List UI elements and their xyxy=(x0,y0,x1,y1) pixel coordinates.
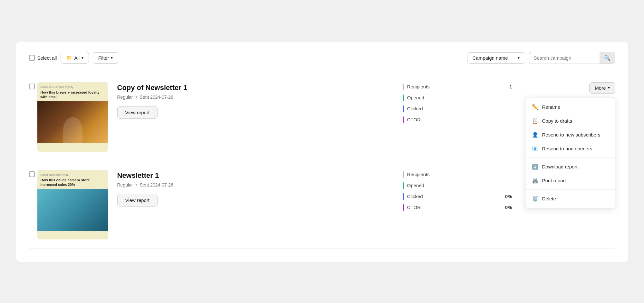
download-icon: ⬇️ xyxy=(532,164,538,170)
card-checkbox-wrap-2 xyxy=(29,170,35,177)
campaign-name-dropdown[interactable]: Campaign name ▾ xyxy=(467,52,525,64)
dropdown-label-print-report: Print report xyxy=(542,178,566,183)
stat-label-2-ctor: CTOR xyxy=(407,205,496,210)
dropdown-item-delete[interactable]: 🗑️ Delete xyxy=(525,192,615,206)
stat-bar-recipients xyxy=(403,84,404,90)
stat-row-opened: Opened xyxy=(403,95,512,101)
search-icon: 🔍 xyxy=(604,55,610,61)
campaign-2-type: Regular xyxy=(117,182,133,187)
chevron-down-icon: ▾ xyxy=(82,56,83,60)
stat-bar-clicked xyxy=(403,106,404,112)
chevron-down-icon: ▾ xyxy=(518,56,520,60)
filter-button[interactable]: Filter ▾ xyxy=(93,52,118,64)
stat-row-2-clicked: Clicked 0% xyxy=(403,193,512,200)
campaign-1-info: Copy of Newsletter 1 Regular Sent 2024-0… xyxy=(117,82,403,119)
meta-dot-2 xyxy=(136,184,137,186)
stat-bar-2-recipients xyxy=(403,171,404,178)
dropdown-divider-2 xyxy=(525,189,615,190)
meta-dot xyxy=(136,96,137,98)
campaign-2-title: Newsletter 1 xyxy=(117,171,403,180)
select-all-wrapper[interactable]: Select all xyxy=(29,55,57,61)
stat-bar-opened xyxy=(403,95,404,101)
stat-label-opened: Opened xyxy=(407,95,496,100)
stat-bar-2-ctor xyxy=(403,204,404,211)
campaign-1-sent-date: Sent 2024-07-26 xyxy=(140,95,173,100)
campaign-2-info: Newsletter 1 Regular Sent 2024-07-26 Vie… xyxy=(117,170,403,207)
folder-icon: 📁 xyxy=(66,55,72,61)
rename-icon: ✏️ xyxy=(532,104,538,110)
stat-bar-ctor xyxy=(403,116,404,123)
thumb-boost-label-2: Boost sales with email xyxy=(41,173,105,177)
stat-value-2-ctor: 0% xyxy=(499,205,512,210)
delete-icon: 🗑️ xyxy=(532,196,538,202)
dropdown-label-download-report: Download report xyxy=(542,164,578,169)
page-container: Select all 📁 All ▾ Filter ▾ Campaign nam… xyxy=(16,42,628,262)
copy-icon: 📋 xyxy=(532,118,538,124)
stat-label-2-opened: Opened xyxy=(407,183,496,188)
campaign-2-view-report[interactable]: View report xyxy=(117,194,158,207)
stat-label-2-recipients: Recipients xyxy=(407,172,496,177)
stat-label-clicked: Clicked xyxy=(407,106,496,111)
stat-bar-2-clicked xyxy=(403,193,404,200)
dropdown-label-copy-to-drafts: Copy to drafts xyxy=(542,118,572,124)
chevron-down-icon: ▾ xyxy=(608,86,610,90)
stat-row-2-ctor: CTOR 0% xyxy=(403,204,512,211)
stat-row-clicked: Clicked xyxy=(403,106,512,112)
search-input[interactable] xyxy=(529,53,600,63)
toolbar: Select all 📁 All ▾ Filter ▾ Campaign nam… xyxy=(29,52,615,64)
thumb-title-2: How this online camera store increased s… xyxy=(41,178,105,187)
brewery-image xyxy=(37,101,108,143)
chevron-down-icon: ▾ xyxy=(111,56,113,60)
stat-value-2-clicked: 0% xyxy=(499,194,512,199)
search-button[interactable]: 🔍 xyxy=(600,52,615,64)
campaign-1-meta: Regular Sent 2024-07-26 xyxy=(117,95,403,100)
campaign-1-actions: More ▾ ✏️ Rename 📋 Copy to drafts 👤 Rese… xyxy=(512,82,615,99)
select-all-checkbox[interactable] xyxy=(29,55,35,61)
campaign-1-title: Copy of Newsletter 1 xyxy=(117,84,403,92)
campaign-1-checkbox[interactable] xyxy=(29,84,35,89)
campaign-2-thumbnail: Boost sales with email How this online c… xyxy=(37,170,108,239)
campaign-1-stats: Recipients 1 Opened Clicked CTOR xyxy=(403,82,512,127)
campaigns-list: Increase customer loyalty How this brewe… xyxy=(29,73,615,249)
dropdown-label-resend-new-subscribers: Resend to new subscribers xyxy=(542,132,601,137)
all-folder-button[interactable]: 📁 All ▾ xyxy=(61,52,89,64)
dropdown-item-resend-new-subscribers[interactable]: 👤 Resend to new subscribers xyxy=(525,128,615,142)
campaign-1-type: Regular xyxy=(117,95,133,100)
print-icon: 🖨️ xyxy=(532,177,538,184)
campaign-1-thumbnail: Increase customer loyalty How this brewe… xyxy=(37,82,108,152)
dropdown-item-copy-to-drafts[interactable]: 📋 Copy to drafts xyxy=(525,114,615,128)
select-all-label: Select all xyxy=(37,55,57,61)
resend-non-icon: 📧 xyxy=(532,146,538,152)
resend-new-icon: 👤 xyxy=(532,132,538,138)
campaign-2-checkbox[interactable] xyxy=(29,171,35,177)
more-label: More xyxy=(595,85,606,91)
more-dropdown-menu: ✏️ Rename 📋 Copy to drafts 👤 Resend to n… xyxy=(525,97,615,208)
stat-label-ctor: CTOR xyxy=(407,117,496,122)
stat-value-recipients: 1 xyxy=(499,84,512,89)
more-button[interactable]: More ▾ xyxy=(589,82,615,94)
camera-image xyxy=(37,189,108,231)
stat-row-ctor: CTOR xyxy=(403,116,512,123)
stat-row-2-opened: Opened xyxy=(403,182,512,189)
dropdown-item-print-report[interactable]: 🖨️ Print report xyxy=(525,174,615,187)
search-box: 🔍 xyxy=(529,52,615,64)
stat-row-recipients: Recipients 1 xyxy=(403,84,512,90)
stat-row-2-recipients: Recipients xyxy=(403,171,512,178)
campaign-1-view-report[interactable]: View report xyxy=(117,106,158,119)
toolbar-right: Campaign name ▾ 🔍 xyxy=(467,52,615,64)
campaign-2-stats: Recipients Opened Clicked 0% CTOR 0% xyxy=(403,170,512,215)
stat-label-recipients: Recipients xyxy=(407,84,496,89)
dropdown-item-resend-non-openers[interactable]: 📧 Resend to non openers xyxy=(525,142,615,156)
campaign-card: Increase customer loyalty How this brewe… xyxy=(29,73,615,161)
dropdown-label-resend-non-openers: Resend to non openers xyxy=(542,146,592,151)
campaign-2-meta: Regular Sent 2024-07-26 xyxy=(117,182,403,187)
dropdown-label-rename: Rename xyxy=(542,104,561,110)
thumb-title: How this brewery increased loyalty with … xyxy=(41,90,105,99)
dropdown-label-delete: Delete xyxy=(542,196,556,201)
dropdown-item-download-report[interactable]: ⬇️ Download report xyxy=(525,160,615,174)
stat-label-2-clicked: Clicked xyxy=(407,194,496,199)
dropdown-item-rename[interactable]: ✏️ Rename xyxy=(525,100,615,114)
stat-bar-2-opened xyxy=(403,182,404,189)
campaign-2-sent-date: Sent 2024-07-26 xyxy=(140,182,173,187)
card-checkbox-wrap xyxy=(29,82,35,89)
